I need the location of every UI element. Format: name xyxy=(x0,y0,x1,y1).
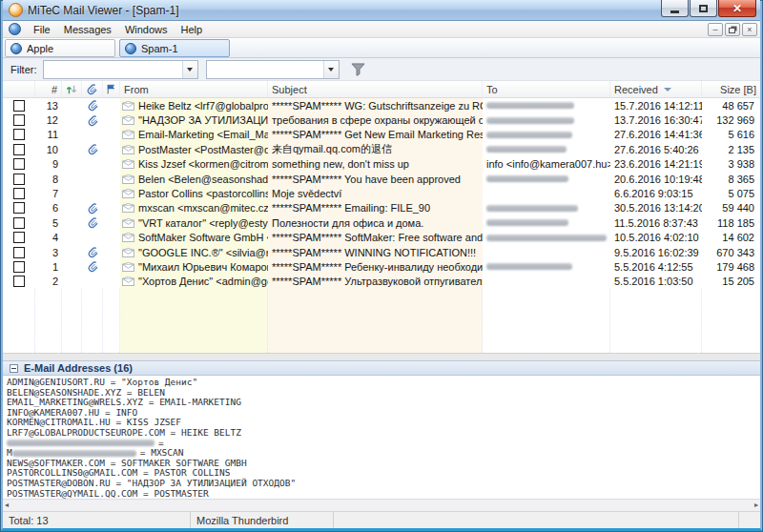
row-sort-cell xyxy=(62,275,82,289)
row-from: "VRT каталог" <reply@estyk.ru> xyxy=(120,215,268,230)
maximize-button[interactable] xyxy=(690,0,717,17)
row-attachment-cell xyxy=(82,186,103,200)
column-header-to[interactable]: To xyxy=(483,81,610,97)
row-checkbox[interactable] xyxy=(13,276,25,287)
column-header-sort[interactable] xyxy=(62,81,82,97)
row-sort-cell xyxy=(62,172,82,186)
envelope-icon xyxy=(122,248,134,257)
scroll-left-icon[interactable]: ◂ xyxy=(5,501,9,509)
row-checkbox[interactable] xyxy=(13,158,25,170)
menu-item-messages[interactable]: Messages xyxy=(57,23,118,36)
row-attachment-cell xyxy=(82,128,103,142)
column-header-subject[interactable]: Subject xyxy=(268,81,483,97)
column-header-attachment[interactable] xyxy=(82,81,103,97)
column-header-from[interactable]: From xyxy=(120,81,268,97)
column-header-size[interactable]: Size [B] xyxy=(702,81,760,97)
column-header-number[interactable]: # xyxy=(35,81,62,97)
row-sort-cell xyxy=(62,231,82,245)
row-checkbox[interactable] xyxy=(13,114,25,126)
apply-filter-button[interactable] xyxy=(348,60,369,79)
mdi-restore-button[interactable] xyxy=(725,23,740,36)
row-checkbox[interactable] xyxy=(13,202,25,214)
addresses-panel-header[interactable]: E-Mail Addresses (16) xyxy=(3,360,760,376)
row-to xyxy=(483,215,610,230)
scroll-right-icon[interactable]: ▸ xyxy=(754,501,758,509)
from-text: "GOOGLE INC.®" <silvia@mail.a... xyxy=(138,247,268,258)
row-received: 13.7.2016 16:30:47 xyxy=(610,113,702,127)
row-sort-cell xyxy=(62,259,82,274)
row-size: 8 365 xyxy=(702,172,760,186)
row-number: 9 xyxy=(35,157,62,172)
row-sort-cell xyxy=(62,142,82,156)
minimize-button[interactable] xyxy=(661,0,689,17)
filter-field-combobox[interactable] xyxy=(43,60,198,79)
row-flag-cell xyxy=(103,275,120,289)
row-subject: *****SPAM***** WINNING NOTIFICATION!!! xyxy=(268,245,483,259)
row-checkbox[interactable] xyxy=(13,144,25,155)
row-attachment-cell xyxy=(82,259,103,274)
row-checkbox[interactable] xyxy=(13,188,25,199)
chevron-down-icon[interactable] xyxy=(182,61,197,78)
table-row[interactable]: 2"Хортов Денис" <admin@geniu...*****SPAM… xyxy=(3,275,760,289)
row-from: SoftMaker Software GmbH <ne... xyxy=(120,231,268,245)
row-checkbox[interactable] xyxy=(13,217,25,229)
row-received: 23.6.2016 14:21:19 xyxy=(610,157,702,172)
menu-item-help[interactable]: Help xyxy=(175,23,210,36)
row-checkbox[interactable] xyxy=(13,247,25,258)
row-received: 27.6.2016 5:40:26 xyxy=(610,142,702,156)
table-row[interactable]: 6mxscan <mxscan@mitec.cz>*****SPAM***** … xyxy=(3,201,760,215)
row-checkbox[interactable] xyxy=(13,232,25,243)
mdi-minimize-button[interactable]: – xyxy=(708,23,723,36)
table-row[interactable]: 9Kiss Jzsef <kormen@citromail.hu>somethi… xyxy=(3,157,760,172)
horizontal-scrollbar[interactable]: ◂ ▸ xyxy=(3,499,760,511)
row-flag-cell xyxy=(103,215,120,230)
table-row[interactable]: 13Heike Beltz <lrf7@globalproduct...****… xyxy=(3,98,760,113)
row-to xyxy=(483,231,610,245)
row-to xyxy=(483,201,610,215)
paperclip-icon xyxy=(87,216,99,229)
address-list-item: = xyxy=(7,439,760,449)
message-list: # From Subject To xyxy=(3,81,760,353)
close-button[interactable]: ✕ xyxy=(718,0,756,17)
row-checkbox-cell xyxy=(3,186,35,200)
menu-item-windows[interactable]: Windows xyxy=(118,23,175,36)
row-checkbox[interactable] xyxy=(13,129,25,140)
table-row[interactable]: 8Belen <Belen@seasonshade.xyz>*****SPAM*… xyxy=(3,172,760,186)
row-flag-cell xyxy=(103,142,120,156)
tab-apple[interactable]: Apple xyxy=(5,39,115,57)
table-row[interactable]: 3"GOOGLE INC.®" <silvia@mail.a...*****SP… xyxy=(3,245,760,259)
column-header-flag[interactable] xyxy=(103,81,120,97)
row-checkbox-cell xyxy=(3,201,35,215)
row-subject: something new, don't miss up xyxy=(268,157,483,172)
envelope-icon xyxy=(122,101,134,111)
table-row[interactable]: 5"VRT каталог" <reply@estyk.ru>Полезност… xyxy=(3,215,760,230)
row-received: 27.6.2016 14:41:36 xyxy=(610,128,702,142)
mdi-close-button[interactable]: × xyxy=(742,23,757,36)
system-menu-icon[interactable] xyxy=(9,23,21,35)
menu-item-file[interactable]: File xyxy=(27,23,57,36)
filter-value-combobox[interactable] xyxy=(206,60,340,79)
paperclip-icon xyxy=(87,143,99,155)
row-checkbox[interactable] xyxy=(13,100,25,112)
panel-splitter[interactable] xyxy=(3,353,760,360)
table-row[interactable]: 10PostMaster <PostMaster@qymai...来自qymai… xyxy=(3,142,760,156)
tab-spam-1[interactable]: Spam-1 xyxy=(119,39,230,57)
row-number: 12 xyxy=(35,113,62,127)
table-row[interactable]: 11Email-Marketing <Email_Marketin...****… xyxy=(3,128,760,142)
table-row[interactable]: 4SoftMaker Software GmbH <ne...*****SPAM… xyxy=(3,231,760,245)
column-header-checkbox[interactable] xyxy=(3,81,35,97)
sort-asc-desc-icon xyxy=(66,84,77,95)
chevron-down-icon[interactable] xyxy=(323,61,339,78)
table-row[interactable]: 1"Михаил Юрьевич Комаров" <r...*****SPAM… xyxy=(3,259,760,274)
redacted-recipient xyxy=(486,235,607,241)
collapse-icon[interactable] xyxy=(10,364,18,373)
table-row[interactable]: 12"НАДЗОР ЗА УТИЛИЗАЦИЕЙ ОТ...требования… xyxy=(3,113,760,127)
row-received: 20.6.2016 10:19:48 xyxy=(610,172,702,186)
row-size: 48 657 xyxy=(702,98,760,113)
row-to xyxy=(483,113,610,127)
row-from: "Хортов Денис" <admin@geniu... xyxy=(120,275,268,289)
column-header-received[interactable]: Received xyxy=(610,81,702,97)
row-checkbox[interactable] xyxy=(13,174,25,185)
row-checkbox[interactable] xyxy=(13,261,25,273)
table-row[interactable]: 7Pastor Collins <pastorcollins0@g...Moje… xyxy=(3,186,760,200)
